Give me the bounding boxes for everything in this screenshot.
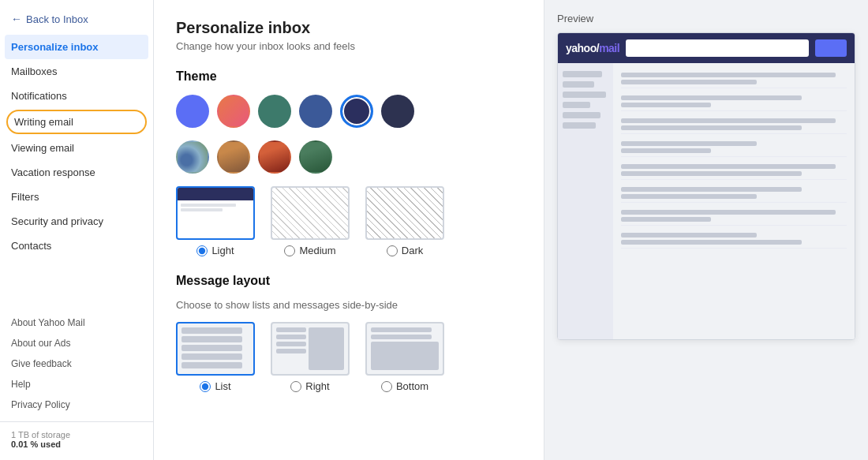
mode-option-light[interactable]: Light	[176, 186, 255, 256]
preview-window: yahoo/mail	[557, 32, 855, 340]
preview-sidebar-item	[563, 112, 600, 118]
preview-row	[621, 115, 847, 134]
theme-circle-mountain[interactable]	[176, 140, 209, 174]
sidebar-item-writing-email[interactable]: Writing email	[6, 110, 147, 134]
sidebar-item-filters[interactable]: Filters	[0, 185, 153, 209]
page-subtitle: Change how your inbox looks and feels	[176, 40, 522, 52]
yahoo-logo: yahoo/mail	[566, 42, 619, 54]
sidebar: ← Back to Inbox Personalize inbox Mailbo…	[0, 0, 154, 460]
preview-sidebar-item	[563, 102, 590, 108]
layout-option-list[interactable]: List	[176, 322, 255, 392]
preview-row	[621, 92, 847, 111]
mode-preview-dark[interactable]	[365, 186, 444, 240]
layout-label-list: List	[215, 380, 230, 392]
about-ads-link[interactable]: About our Ads	[0, 333, 153, 353]
preview-row	[621, 230, 847, 249]
layout-option-right[interactable]: Right	[271, 322, 350, 392]
theme-circle-navy-blue[interactable]	[299, 95, 332, 128]
theme-circle-desert[interactable]	[217, 140, 250, 174]
page-title: Personalize inbox	[176, 19, 522, 37]
storage-info: 1 TB of storage 0.01 % used	[0, 421, 153, 460]
help-link[interactable]: Help	[0, 374, 153, 395]
theme-section-title: Theme	[176, 69, 522, 84]
layout-preview-bottom[interactable]	[365, 322, 444, 376]
preview-row	[621, 207, 847, 226]
sidebar-navigation: Personalize inbox Mailboxes Notification…	[0, 35, 153, 300]
mode-preview-medium[interactable]	[271, 186, 350, 240]
layout-options: List Right	[176, 322, 522, 392]
preview-sidebar-item	[563, 122, 596, 129]
preview-body	[558, 63, 855, 339]
preview-row	[621, 161, 847, 180]
about-yahoo-mail-link[interactable]: About Yahoo Mail	[0, 312, 153, 333]
mode-option-medium[interactable]: Medium	[271, 186, 350, 256]
preview-row	[621, 138, 847, 157]
back-to-inbox-link[interactable]: ← Back to Inbox	[0, 6, 153, 35]
preview-sidebar-item	[563, 71, 602, 77]
preview-sidebar-item	[563, 81, 594, 88]
back-arrow-icon: ←	[11, 13, 22, 25]
sidebar-item-notifications[interactable]: Notifications	[0, 84, 153, 108]
preview-row	[621, 184, 847, 203]
mode-option-dark[interactable]: Dark	[365, 186, 444, 256]
mode-label-dark: Dark	[402, 245, 423, 256]
layout-radio-bottom[interactable]	[381, 381, 392, 392]
sidebar-item-contacts[interactable]: Contacts	[0, 234, 153, 258]
privacy-policy-link[interactable]: Privacy Policy	[0, 395, 153, 415]
theme-circle-space[interactable]	[381, 95, 414, 128]
layout-preview-list[interactable]	[176, 322, 255, 376]
sidebar-item-mailboxes[interactable]: Mailboxes	[0, 59, 153, 84]
sidebar-item-security-privacy[interactable]: Security and privacy	[0, 209, 153, 234]
back-label: Back to Inbox	[26, 13, 88, 25]
theme-circle-teal[interactable]	[258, 95, 291, 128]
preview-main-area	[613, 63, 855, 339]
mode-radio-light[interactable]	[196, 245, 208, 256]
layout-radio-right[interactable]	[290, 381, 301, 392]
theme-circle-forest[interactable]	[299, 140, 332, 174]
layout-label-bottom: Bottom	[396, 380, 428, 392]
preview-sidebar-mini	[558, 63, 613, 339]
mode-radio-medium[interactable]	[284, 245, 295, 256]
preview-label: Preview	[557, 13, 855, 24]
theme-circle-blue[interactable]	[176, 95, 209, 128]
theme-circle-sunset[interactable]	[258, 140, 291, 174]
mode-radio-dark[interactable]	[387, 245, 398, 256]
layout-option-bottom[interactable]: Bottom	[365, 322, 444, 392]
layout-label-right: Right	[305, 380, 329, 392]
preview-search-bar	[626, 39, 809, 57]
layout-radio-list[interactable]	[200, 381, 211, 392]
preview-topbar: yahoo/mail	[558, 33, 855, 63]
layout-section: Message layout Choose to show lists and …	[176, 274, 522, 392]
sidebar-item-personalize-inbox[interactable]: Personalize inbox	[5, 35, 148, 59]
preview-row	[621, 69, 847, 88]
main-content: Personalize inbox Change how your inbox …	[154, 0, 544, 460]
sidebar-footer-links: About Yahoo Mail About our Ads Give feed…	[0, 312, 153, 421]
sidebar-item-vacation-response[interactable]: Vacation response	[0, 160, 153, 185]
mode-options: Light Medium Dark	[176, 186, 522, 256]
give-feedback-link[interactable]: Give feedback	[0, 353, 153, 374]
mode-label-light: Light	[211, 245, 234, 256]
layout-subtitle: Choose to show lists and messages side-b…	[176, 299, 522, 311]
theme-circle-coral[interactable]	[217, 95, 250, 128]
mode-preview-light[interactable]	[176, 186, 255, 240]
mode-label-medium: Medium	[299, 245, 335, 256]
theme-circles-row2	[176, 140, 522, 174]
preview-sidebar-item	[563, 92, 606, 98]
layout-section-title: Message layout	[176, 274, 522, 288]
sidebar-item-viewing-email[interactable]: Viewing email	[0, 136, 153, 160]
theme-circle-dark-navy[interactable]	[340, 95, 373, 128]
layout-preview-right[interactable]	[271, 322, 350, 376]
theme-circles-row1	[176, 95, 522, 128]
preview-topbar-button	[815, 39, 847, 57]
storage-used: 0.01 % used	[11, 439, 142, 449]
preview-panel: Preview yahoo/mail	[544, 0, 868, 460]
storage-label: 1 TB of storage	[11, 430, 142, 439]
